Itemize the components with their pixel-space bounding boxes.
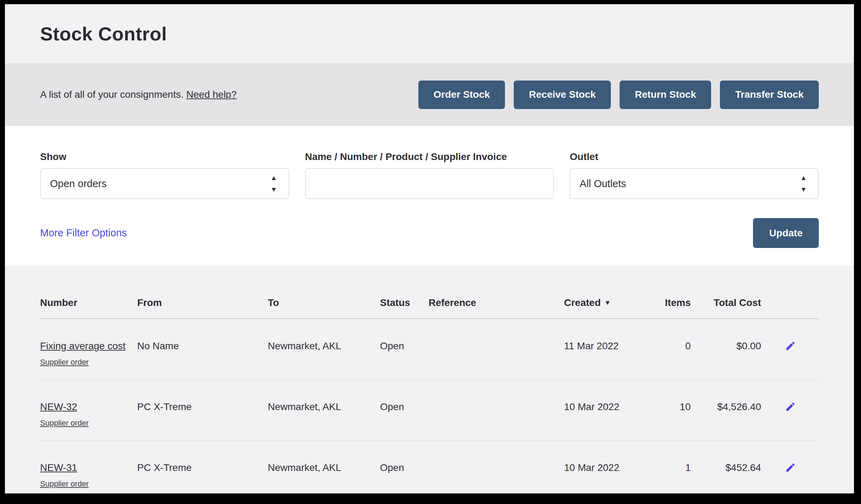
column-header-from: From [137, 297, 268, 308]
to-cell: Newmarket, AKL [268, 339, 380, 369]
spinner-up-icon: ▲ [271, 174, 277, 181]
order-stock-button[interactable]: Order Stock [418, 81, 505, 109]
reference-cell [429, 400, 564, 429]
stock-action-buttons: Order Stock Receive Stock Return Stock T… [418, 81, 819, 109]
created-cell: 10 Mar 2022 [564, 460, 652, 490]
status-cell: Open [380, 460, 429, 490]
order-number-link[interactable]: NEW-31 [40, 462, 77, 473]
table-row: NEW-32 Supplier order PC X-Treme Newmark… [40, 380, 819, 441]
order-number-link[interactable]: NEW-32 [40, 401, 77, 412]
to-cell: Newmarket, AKL [268, 400, 380, 429]
outlet-select-value: All Outlets [580, 178, 800, 190]
number-cell: NEW-31 Supplier order [40, 460, 137, 490]
total-cost-cell: $0.00 [691, 339, 761, 369]
from-cell: PC X-Treme [137, 460, 268, 490]
filter-group-outlet: Outlet All Outlets ▲ ▼ [570, 151, 819, 199]
spinner-up-icon: ▲ [800, 174, 807, 181]
table-header-row: Number From To Status Reference Created▼… [40, 266, 819, 319]
show-select-value: Open orders [50, 178, 271, 190]
total-cost-cell: $4,526.40 [691, 400, 761, 429]
table-row: Fixing average cost Supplier order No Na… [40, 319, 819, 380]
filter-group-search: Name / Number / Product / Supplier Invoi… [305, 151, 554, 199]
reference-cell [429, 339, 564, 369]
update-button[interactable]: Update [753, 218, 819, 248]
search-input[interactable] [305, 168, 554, 199]
more-filter-options-link[interactable]: More Filter Options [40, 227, 127, 239]
from-cell: PC X-Treme [137, 400, 268, 429]
order-number-link[interactable]: Fixing average cost [40, 340, 126, 351]
show-label: Show [40, 151, 289, 162]
column-header-reference: Reference [429, 297, 564, 308]
items-cell: 10 [652, 400, 691, 429]
total-cost-cell: $452.64 [691, 460, 761, 490]
supplier-order-link[interactable]: Supplier order [40, 418, 89, 428]
receive-stock-button[interactable]: Receive Stock [514, 81, 611, 109]
actions-cell [761, 400, 820, 429]
edit-icon [785, 408, 796, 413]
edit-consignment-button[interactable] [785, 462, 796, 473]
show-select[interactable]: Open orders ▲ ▼ [40, 168, 289, 199]
page-header: Stock Control [5, 4, 854, 63]
status-cell: Open [380, 400, 429, 429]
outlet-label: Outlet [570, 151, 819, 162]
filters-panel: Show Open orders ▲ ▼ Name / Number / Pro… [5, 126, 854, 266]
column-header-number: Number [40, 297, 137, 308]
consignments-table: Number From To Status Reference Created▼… [5, 266, 854, 493]
column-header-status: Status [380, 297, 429, 308]
select-spinner-icon: ▲ ▼ [271, 174, 277, 193]
spinner-down-icon: ▼ [800, 186, 807, 193]
page-title: Stock Control [40, 23, 167, 45]
return-stock-button[interactable]: Return Stock [620, 81, 711, 109]
column-header-to: To [268, 297, 380, 308]
column-header-total-cost: Total Cost [691, 297, 761, 308]
action-bar: A list of all of your consignments. Need… [5, 63, 854, 126]
column-header-created-label: Created [564, 297, 601, 308]
sort-desc-icon: ▼ [604, 299, 611, 307]
column-header-created-sort[interactable]: Created▼ [564, 297, 652, 308]
actions-cell [761, 460, 820, 490]
column-header-actions [761, 297, 820, 308]
number-cell: NEW-32 Supplier order [40, 400, 137, 429]
items-cell: 1 [652, 460, 691, 490]
select-spinner-icon: ▲ ▼ [800, 174, 807, 193]
outlet-select[interactable]: All Outlets ▲ ▼ [570, 168, 819, 199]
filter-group-show: Show Open orders ▲ ▼ [40, 151, 289, 199]
spinner-down-icon: ▼ [271, 186, 277, 193]
table-row: NEW-31 Supplier order PC X-Treme Newmark… [40, 441, 819, 493]
status-cell: Open [380, 339, 429, 369]
stock-control-page: Stock Control A list of all of your cons… [5, 4, 854, 493]
edit-consignment-button[interactable] [785, 401, 796, 412]
edit-consignment-button[interactable] [785, 340, 796, 351]
number-cell: Fixing average cost Supplier order [40, 339, 137, 369]
edit-icon [785, 469, 796, 474]
filter-row: Show Open orders ▲ ▼ Name / Number / Pro… [40, 151, 819, 199]
consignments-note: A list of all of your consignments. Need… [40, 89, 237, 100]
to-cell: Newmarket, AKL [268, 460, 380, 490]
created-cell: 11 Mar 2022 [564, 339, 652, 369]
need-help-link[interactable]: Need help? [186, 89, 237, 100]
search-label: Name / Number / Product / Supplier Invoi… [305, 151, 554, 162]
supplier-order-link[interactable]: Supplier order [40, 479, 89, 489]
from-cell: No Name [137, 339, 268, 369]
supplier-order-link[interactable]: Supplier order [40, 357, 89, 368]
consignments-note-text: A list of all of your consignments. [40, 89, 186, 100]
transfer-stock-button[interactable]: Transfer Stock [720, 81, 819, 109]
actions-cell [761, 339, 820, 369]
created-cell: 10 Mar 2022 [564, 400, 652, 429]
filter-actions-row: More Filter Options Update [40, 218, 819, 248]
edit-icon [785, 347, 796, 352]
column-header-items: Items [652, 297, 691, 308]
reference-cell [429, 460, 564, 490]
items-cell: 0 [652, 339, 691, 369]
